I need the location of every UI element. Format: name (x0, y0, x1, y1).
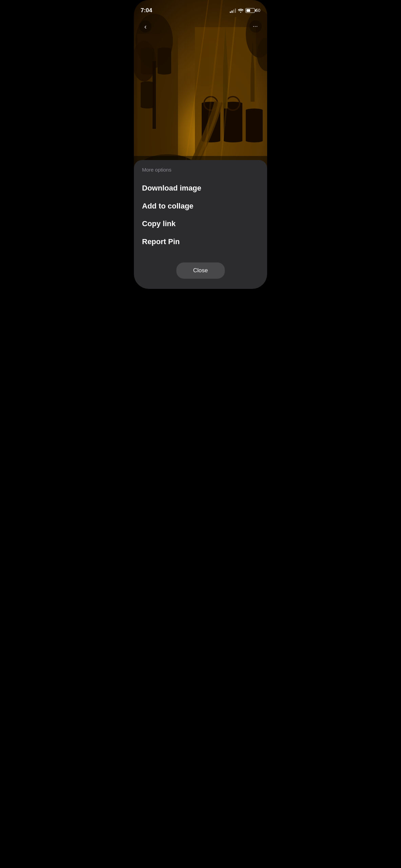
download-image-button[interactable]: Download image (142, 179, 259, 197)
copy-link-button[interactable]: Copy link (142, 215, 259, 233)
status-icons: 50 (230, 8, 260, 13)
back-icon: ‹ (144, 23, 147, 30)
more-icon: ••• (253, 25, 258, 28)
copy-link-label: Copy link (142, 219, 176, 229)
signal-bar-4 (235, 8, 236, 13)
image-area: ‹ ••• (134, 0, 267, 183)
svg-rect-20 (153, 61, 156, 129)
report-pin-button[interactable]: Report Pin (142, 233, 259, 251)
back-button[interactable]: ‹ (139, 20, 152, 33)
download-image-label: Download image (142, 183, 201, 193)
close-label: Close (193, 267, 208, 274)
add-to-collage-label: Add to collage (142, 201, 194, 211)
signal-bars-icon (230, 8, 236, 13)
bottom-sheet: More options Download image Add to colla… (134, 160, 267, 289)
status-bar: 7:04 (134, 0, 267, 17)
battery-text: 50 (256, 8, 260, 13)
image-nav: ‹ ••• (134, 20, 267, 33)
wifi-icon (238, 8, 243, 13)
signal-bar-2 (232, 11, 233, 13)
signal-bar-1 (230, 12, 231, 13)
svg-rect-15 (250, 75, 255, 102)
battery-icon (245, 8, 255, 13)
report-pin-label: Report Pin (142, 237, 180, 247)
more-button[interactable]: ••• (249, 20, 262, 33)
signal-bar-3 (233, 9, 234, 13)
add-to-collage-button[interactable]: Add to collage (142, 197, 259, 215)
battery-fill (246, 9, 250, 12)
close-button-container: Close (176, 262, 225, 279)
close-button[interactable]: Close (176, 262, 225, 279)
phone-frame: 7:04 (134, 0, 267, 289)
battery-container: 50 (245, 8, 260, 13)
status-time: 7:04 (141, 7, 152, 14)
svg-rect-5 (141, 81, 154, 108)
svg-rect-9 (246, 108, 263, 142)
sheet-title: More options (142, 167, 259, 173)
